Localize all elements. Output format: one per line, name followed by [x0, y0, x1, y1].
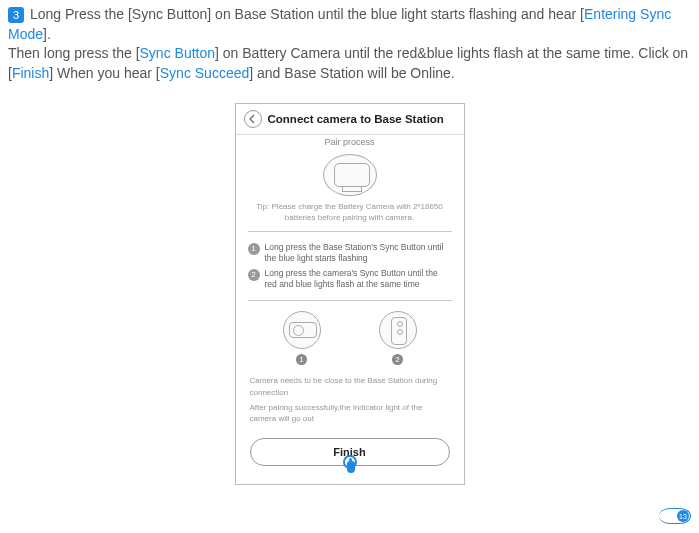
- notes: Camera needs to be close to the Base Sta…: [236, 369, 464, 430]
- tap-gesture-icon: [339, 455, 361, 477]
- step-text: Long press the camera's Sync Button unti…: [265, 268, 452, 290]
- sync-button-link: Sync Button: [140, 45, 216, 61]
- tip-text: Tip: Please charge the Battery Camera wi…: [236, 202, 464, 231]
- sync-succeed-link: Sync Succeed: [160, 65, 250, 81]
- finish-link: Finish: [12, 65, 49, 81]
- step-text: Long press the Base Station's Sync Butto…: [265, 242, 452, 264]
- page-number-badge: 13: [659, 507, 691, 525]
- note-1: Camera needs to be close to the Base Sta…: [250, 375, 450, 397]
- phone-header: Connect camera to Base Station: [236, 104, 464, 135]
- instruction-text: 3 Long Press the [Sync Button] on Base S…: [8, 5, 691, 83]
- finish-button[interactable]: Finish: [250, 438, 450, 466]
- step-number-badge: 1: [248, 243, 260, 255]
- devices-row: 1 2: [236, 301, 464, 369]
- device-base-station: 2: [379, 311, 417, 365]
- camera-illustration: [323, 154, 377, 196]
- device-camera: 1: [283, 311, 321, 365]
- camera-icon: [283, 311, 321, 349]
- steps-block: 1 Long press the Base Station's Sync But…: [248, 231, 452, 301]
- step-badge: 3: [8, 7, 24, 23]
- step-number-badge: 2: [248, 269, 260, 281]
- step-item-2: 2 Long press the camera's Sync Button un…: [248, 268, 452, 290]
- base-station-icon: [379, 311, 417, 349]
- phone-screenshot: Connect camera to Base Station Pair proc…: [235, 103, 465, 485]
- step-item-1: 1 Long press the Base Station's Sync But…: [248, 242, 452, 264]
- phone-title: Connect camera to Base Station: [268, 113, 444, 125]
- device-number: 1: [296, 354, 307, 365]
- phone-subtitle: Pair process: [236, 135, 464, 152]
- page-number: 13: [677, 510, 689, 522]
- device-number: 2: [392, 354, 403, 365]
- back-icon[interactable]: [244, 110, 262, 128]
- note-2: After pairing successfully,the indicator…: [250, 402, 450, 424]
